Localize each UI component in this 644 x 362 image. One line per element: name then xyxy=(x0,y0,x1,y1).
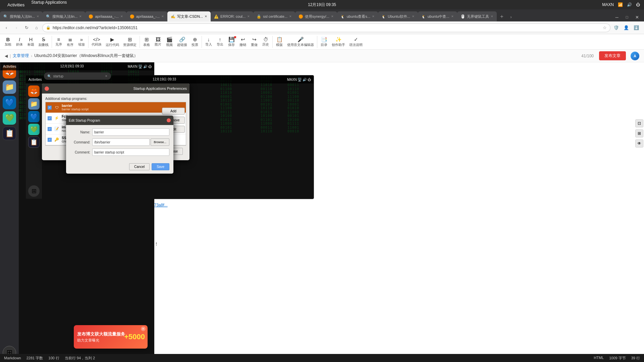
back-button[interactable]: ‹ xyxy=(2,23,11,32)
status-right: HTML 1009 字节 39 行 xyxy=(594,356,640,361)
tab-5-active[interactable]: ✍️ 写文章-CSDN... ✕ xyxy=(167,11,211,21)
export-icon: ↑ xyxy=(219,37,221,42)
dock-icon-files[interactable]: 📁 xyxy=(3,80,16,94)
toolbar-run[interactable]: ▶ 运行代码 xyxy=(104,36,121,48)
image-icon: 🖼 xyxy=(156,37,161,42)
back-icon[interactable]: ◀ xyxy=(5,54,8,58)
tab-11-close[interactable]: ✕ xyxy=(451,15,454,18)
tab-10[interactable]: 🐧 Ubuntu软件... ✕ xyxy=(378,11,418,21)
tab-10-label: Ubuntu软件... xyxy=(388,14,410,19)
toolbar-save[interactable]: 💾 保存 xyxy=(226,36,237,48)
toolbar-export[interactable]: ↑ 导出 xyxy=(215,36,225,48)
home-button[interactable]: ⌂ xyxy=(32,23,41,32)
extension-icon-1[interactable]: 🛡️ xyxy=(612,23,621,32)
tab-3-close[interactable]: ✕ xyxy=(120,15,123,18)
breadcrumb-link[interactable]: 文章管理 xyxy=(13,53,29,59)
forward-button[interactable]: › xyxy=(12,23,21,32)
right-icon-buttons: ⊡ ⊞ 👁 xyxy=(635,119,644,147)
toolbar-toc[interactable]: 📑 目录 xyxy=(319,36,329,48)
toolbar-image[interactable]: 🖼 图片 xyxy=(153,36,163,48)
screenshot-system-icons: MAXN 🖥️ 🔊 ⏻ xyxy=(287,78,311,81)
toolbar-syntax[interactable]: ✓ 语法说明 xyxy=(347,36,364,48)
tab-11[interactable]: 🐧 ubuntu中查... ✕ xyxy=(418,11,457,21)
publish-button[interactable]: 发布文章 xyxy=(599,51,626,60)
tab-8[interactable]: 🟠 使用synergy/... ✕ xyxy=(295,11,337,21)
screenshot-save-btn[interactable]: Save xyxy=(152,163,169,170)
toolbar-history[interactable]: ⏱ 历史 xyxy=(260,36,271,48)
maximize-button[interactable]: □ xyxy=(623,13,631,21)
toolbar-bold[interactable]: B 加粗 xyxy=(3,36,13,48)
toolbar-vote[interactable]: ⊕ 投票 xyxy=(190,36,200,48)
table-label: 表格 xyxy=(143,43,150,47)
bookmark-icon[interactable]: ☆ xyxy=(603,25,607,30)
screenshot-cancel-btn[interactable]: Cancel xyxy=(129,163,150,170)
toolbar-table[interactable]: ⊞ 表格 xyxy=(141,36,152,48)
heading-label: 标题 xyxy=(28,43,34,47)
undo-icon: ↩ xyxy=(241,37,245,43)
tab-5-close[interactable]: ✕ xyxy=(205,15,207,18)
screenshot-check-ssh: ✓ xyxy=(48,138,52,142)
audio-text-icon: 🎤 xyxy=(298,37,304,43)
tab-1[interactable]: 🔍 搜狗输入法lin... ✕ xyxy=(0,11,43,21)
activities-button[interactable]: Activities xyxy=(4,0,28,9)
assistant-label: 创作助手 xyxy=(332,43,345,47)
tab-4-close[interactable]: ✕ xyxy=(161,15,164,18)
tab-9-close[interactable]: ✕ xyxy=(372,15,375,18)
toolbar-import[interactable]: ↓ 导入 xyxy=(203,36,214,48)
tab-2[interactable]: 🔍 搜狗输入法lin... ✕ xyxy=(43,11,85,21)
toolbar-redo[interactable]: ↪ 重做 xyxy=(249,36,260,48)
refresh-button[interactable]: ↻ xyxy=(22,23,31,32)
extension-icon-2[interactable]: 👤 xyxy=(622,23,631,32)
toolbar-resource[interactable]: ⊞ 资源绑定 xyxy=(121,36,138,48)
extension-icon-3[interactable]: ⬇️ xyxy=(632,23,641,32)
toolbar-template[interactable]: 📋 模版 xyxy=(274,36,285,48)
toolbar-audio-text[interactable]: 🎤 使用音文本编辑器 xyxy=(285,36,316,48)
screenshot-browse-btn[interactable]: Browse... xyxy=(151,138,169,146)
import-icon: ↓ xyxy=(207,37,210,42)
tab-6-close[interactable]: ✕ xyxy=(247,15,250,18)
toolbar-strikethrough[interactable]: S̶ 副删线 xyxy=(37,36,50,48)
toolbar-indent[interactable]: » 缩放 xyxy=(76,36,87,48)
ad-close-button[interactable]: ✕ xyxy=(141,326,146,331)
dock-icon-vscode-insiders[interactable]: 💚 xyxy=(3,111,16,125)
tab-9[interactable]: 🐧 ubuntu查看s... ✕ xyxy=(337,11,378,21)
toolbar-divider-5 xyxy=(272,36,273,48)
toolbar-heading[interactable]: H 标题 xyxy=(25,36,36,48)
toolbar-link[interactable]: 🔗 超链接 xyxy=(175,36,189,48)
screenshot-name-input[interactable] xyxy=(92,128,169,136)
tab-2-close[interactable]: ✕ xyxy=(79,15,82,18)
tab-10-close[interactable]: ✕ xyxy=(412,15,415,18)
user-avatar[interactable]: A xyxy=(631,52,639,60)
toolbar-assistant[interactable]: ✨ 创作助手 xyxy=(330,36,347,48)
layout-icon-3[interactable]: 👁 xyxy=(635,139,643,147)
tab-7-close[interactable]: ✕ xyxy=(289,15,292,18)
tab-12-favicon: 🖱️ xyxy=(461,14,465,19)
dock-icon-vscode[interactable]: 💙 xyxy=(3,96,16,109)
toolbar-unordered[interactable]: ≡ 无序 xyxy=(53,36,64,48)
tab-7[interactable]: 🔒 ssl certificate... ✕ xyxy=(253,11,295,21)
tab-6[interactable]: ⚠️ ERROR: coul... ✕ xyxy=(211,11,253,21)
dock-icon-terminal[interactable]: 📋 xyxy=(3,127,16,140)
toolbar-italic[interactable]: I 斜体 xyxy=(14,36,25,48)
tab-1-close[interactable]: ✕ xyxy=(37,15,39,18)
s-dock-firefox: 🦊 xyxy=(28,85,40,97)
screenshot-comment-input[interactable] xyxy=(92,148,169,156)
toolbar-code[interactable]: </> 代码块 xyxy=(90,36,103,48)
screenshot-command-input[interactable] xyxy=(92,138,150,146)
toolbar-undo[interactable]: ↩ 撤销 xyxy=(237,36,248,48)
toolbar-ordered[interactable]: ≣ 有序 xyxy=(65,36,75,48)
close-button[interactable]: ✕ xyxy=(633,13,641,21)
tab-12-close[interactable]: ✕ xyxy=(491,15,493,18)
resource-icon: ⊞ xyxy=(128,37,132,43)
tab-3[interactable]: 🟠 aprilaaaaa_-... ✕ xyxy=(85,11,126,21)
toolbar-video[interactable]: 🎬 视频 xyxy=(164,36,175,48)
layout-icon-2[interactable]: ⊞ xyxy=(635,129,643,137)
tab-12[interactable]: 🖱️ 无界键鼠工具 ✕ xyxy=(457,11,497,21)
tab-overflow-chevron[interactable]: › xyxy=(507,13,516,21)
tab-4[interactable]: 🟠 aprilaaaaa_-... ✕ xyxy=(126,11,167,21)
new-tab-button[interactable]: ＋ xyxy=(497,11,507,21)
address-bar[interactable]: 🔒 https://editor.csdn.net/md/?articleId=… xyxy=(42,23,610,32)
layout-icon-1[interactable]: ⊡ xyxy=(635,119,643,127)
tab-8-close[interactable]: ✕ xyxy=(331,15,334,18)
minimize-button[interactable]: ─ xyxy=(612,13,621,21)
